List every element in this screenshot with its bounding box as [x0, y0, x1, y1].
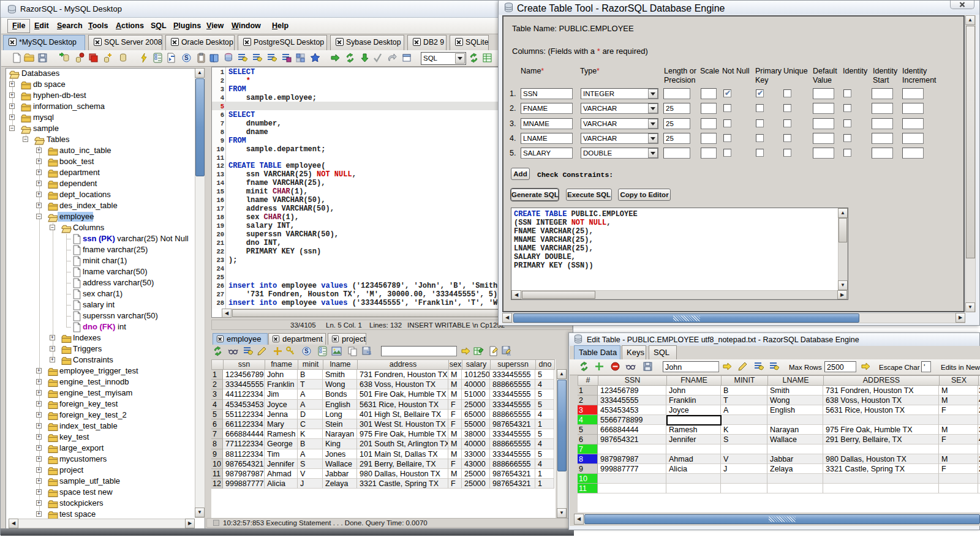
- svg-text:S: S: [304, 348, 309, 354]
- svg-text:S: S: [184, 54, 189, 61]
